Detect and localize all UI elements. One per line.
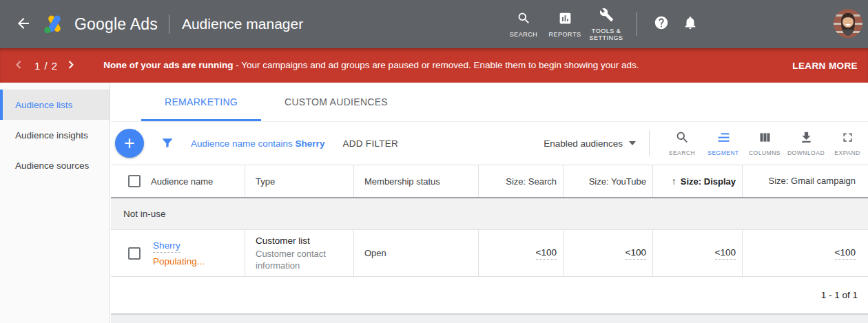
search-table-button[interactable]: SEARCH: [661, 130, 703, 156]
alert-banner: 1 / 2 None of your ads are running - You…: [0, 48, 868, 83]
footer-strip: [111, 313, 868, 323]
active-filter-chip[interactable]: Audience name contains Sherry: [191, 138, 324, 149]
sort-ascending-icon: ↑: [672, 176, 676, 187]
banner-prev-button[interactable]: [10, 56, 28, 74]
select-all-checkbox[interactable]: [128, 175, 141, 187]
size-search-value[interactable]: <100: [536, 247, 557, 260]
column-header-size-gmail[interactable]: Size: Gmail campaign: [743, 165, 868, 197]
view-select-value: Enabled audiences: [544, 138, 623, 149]
audience-view-select[interactable]: Enabled audiences: [544, 138, 636, 149]
filter-chip-text: Audience name contains: [191, 138, 296, 149]
cell-size-display: <100: [653, 230, 743, 276]
column-label: Size: Display: [681, 176, 736, 187]
sidebar-item-audience-insights[interactable]: Audience insights: [0, 120, 110, 150]
learn-more-button[interactable]: LEARN MORE: [792, 61, 858, 71]
banner-pager: 1 / 2: [34, 60, 58, 72]
help-button[interactable]: [647, 10, 676, 39]
header-search-button[interactable]: SEARCH: [503, 11, 544, 38]
page-title: Audience manager: [182, 16, 303, 32]
table-toolbar: + Audience name contains Sherry ADD FILT…: [111, 122, 868, 165]
tab-bar: REMARKETING CUSTOM AUDIENCES: [111, 83, 868, 122]
main-content: REMARKETING CUSTOM AUDIENCES + Audience …: [111, 83, 868, 323]
sidebar-item-audience-sources[interactable]: Audience sources: [0, 150, 110, 180]
cell-audience-name: Sherry Populating...: [111, 230, 245, 276]
tool-label: COLUMNS: [749, 149, 781, 156]
back-button[interactable]: [12, 13, 34, 35]
header-reports-button[interactable]: REPORTS: [544, 11, 586, 38]
banner-next-button[interactable]: [62, 56, 80, 74]
column-label: Audience name: [151, 176, 213, 187]
header-tools-settings-button[interactable]: TOOLS & SETTINGS: [586, 8, 627, 41]
header-reports-label: REPORTS: [546, 31, 584, 38]
columns-button[interactable]: COLUMNS: [744, 130, 785, 156]
download-icon: [799, 130, 814, 147]
active-indicator: [0, 90, 3, 120]
column-header-size-youtube[interactable]: Size: YouTube: [564, 165, 653, 197]
tool-label: SEGMENT: [707, 149, 739, 156]
column-label: Size: YouTube: [589, 176, 646, 187]
tab-label: CUSTOM AUDIENCES: [285, 96, 388, 107]
search-icon: [517, 11, 531, 28]
table-header: Audience name Type Membership status Siz…: [111, 165, 868, 198]
filter-button[interactable]: [159, 135, 176, 152]
download-button[interactable]: DOWNLOAD: [785, 130, 827, 156]
header-actions: SEARCH REPORTS TOOLS & SETTINGS: [503, 0, 705, 48]
active-tab-underline: [141, 119, 261, 121]
audience-name-link[interactable]: Sherry: [153, 240, 180, 253]
column-header-size-display[interactable]: ↑ Size: Display: [653, 165, 743, 197]
google-ads-logo-icon: [43, 14, 66, 34]
populating-status: Populating...: [153, 256, 205, 267]
brand-name: Google Ads: [74, 15, 158, 34]
column-header-size-search[interactable]: Size: Search: [479, 165, 564, 197]
search-icon: [675, 130, 690, 147]
sidebar-item-label: Audience lists: [15, 100, 72, 110]
pagination-bar: 1 - 1 of 1: [111, 277, 868, 313]
header-tools-settings-label: TOOLS & SETTINGS: [587, 28, 626, 41]
membership-value: Open: [364, 248, 386, 258]
group-label: Not in-use: [123, 209, 166, 219]
column-header-audience-name[interactable]: Audience name: [111, 165, 245, 197]
header-search-label: SEARCH: [504, 31, 543, 38]
filter-chip-value: Sherry: [296, 138, 325, 149]
audience-name-stack: Sherry Populating...: [153, 240, 205, 267]
sidebar: Audience lists Audience insights Audienc…: [0, 83, 110, 323]
help-icon: [654, 15, 669, 33]
bar-chart-icon: [558, 11, 572, 28]
avatar[interactable]: [834, 9, 862, 38]
size-gmail-value[interactable]: <100: [835, 247, 856, 260]
filter-funnel-icon: [161, 136, 174, 152]
notifications-bell-icon: [683, 15, 698, 33]
wrench-icon: [599, 8, 614, 25]
cell-size-youtube: <100: [564, 230, 653, 276]
cell-size-gmail: <100: [743, 230, 868, 276]
add-audience-button[interactable]: +: [115, 129, 144, 158]
cell-membership-status: Open: [354, 230, 479, 276]
row-checkbox[interactable]: [128, 247, 141, 260]
tab-custom-audiences[interactable]: CUSTOM AUDIENCES: [261, 83, 411, 121]
banner-message: None of your ads are running - Your camp…: [103, 59, 639, 72]
sidebar-item-label: Audience insights: [15, 130, 88, 140]
chevron-left-icon: [12, 58, 25, 74]
chevron-right-icon: [64, 58, 78, 74]
chevron-down-icon: [629, 141, 636, 145]
tool-label: SEARCH: [669, 149, 695, 156]
add-filter-button[interactable]: ADD FILTER: [342, 138, 398, 149]
expand-button[interactable]: EXPAND: [827, 130, 868, 156]
tab-remarketing[interactable]: REMARKETING: [141, 83, 261, 121]
back-arrow-icon: [15, 15, 32, 34]
column-header-type[interactable]: Type: [245, 165, 354, 197]
notifications-button[interactable]: [676, 10, 705, 39]
sidebar-item-label: Audience sources: [15, 160, 89, 171]
pagination-range: 1 - 1 of 1: [821, 290, 858, 300]
segment-icon: [716, 130, 731, 147]
segment-button[interactable]: SEGMENT: [703, 130, 744, 156]
size-youtube-value[interactable]: <100: [626, 247, 646, 260]
plus-icon: +: [124, 129, 135, 157]
column-label: Membership status: [364, 176, 440, 187]
size-display-value[interactable]: <100: [715, 247, 736, 260]
sidebar-item-audience-lists[interactable]: Audience lists: [0, 90, 110, 120]
banner-message-title: None of your ads are running: [103, 60, 233, 70]
column-header-membership-status[interactable]: Membership status: [354, 165, 479, 197]
column-label: Size: Search: [506, 176, 557, 187]
table-row: Sherry Populating... Customer list Custo…: [111, 230, 868, 277]
